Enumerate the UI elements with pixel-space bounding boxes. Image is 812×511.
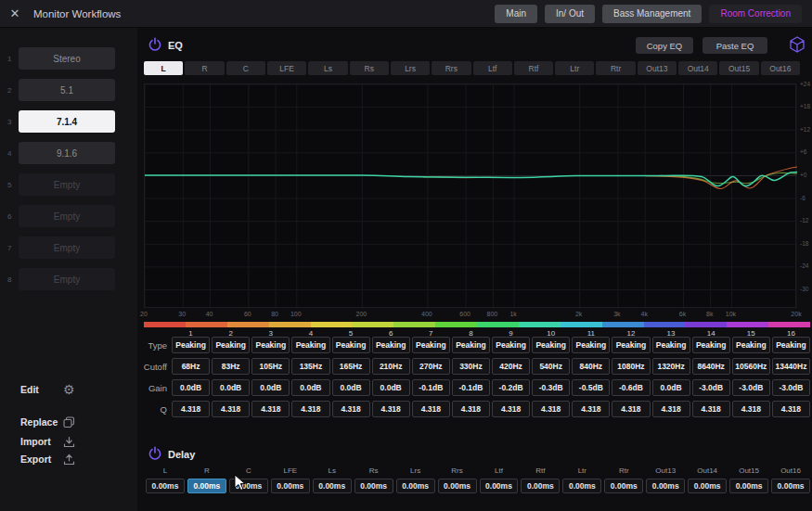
band-type-8[interactable]: Peaking [452, 337, 490, 353]
delay-value-out13[interactable]: 0.00ms [646, 479, 685, 493]
nav-tab-main[interactable]: Main [495, 5, 537, 23]
band-type-14[interactable]: Peaking [692, 337, 730, 353]
band-type-10[interactable]: Peaking [532, 337, 570, 353]
band-gain-13[interactable]: 0.0dB [652, 379, 690, 396]
band-type-6[interactable]: Peaking [372, 337, 410, 353]
preset-button-2-5-1[interactable]: 5.1 [19, 79, 115, 101]
preset-button-5-empty[interactable]: Empty [19, 173, 115, 196]
band-q-15[interactable]: 4.318 [732, 401, 770, 417]
nav-tab-in-out[interactable]: In/ Out [545, 5, 595, 23]
eq-channel-tab-out13[interactable]: Out13 [638, 61, 677, 75]
band-cutoff-16[interactable]: 13440Hz [772, 358, 810, 375]
band-q-12[interactable]: 4.318 [612, 401, 650, 417]
band-type-13[interactable]: Peaking [652, 337, 690, 353]
eq-channel-tab-c[interactable]: C [226, 61, 265, 75]
delay-value-ltr[interactable]: 0.00ms [562, 479, 601, 493]
close-icon[interactable]: ✕ [0, 6, 30, 20]
band-q-2[interactable]: 4.318 [212, 401, 250, 417]
delay-value-lrs[interactable]: 0.00ms [396, 479, 435, 493]
eq-channel-tab-ltf[interactable]: Ltf [473, 61, 512, 75]
band-gain-12[interactable]: -0.6dB [612, 379, 650, 396]
nav-tab-room-correction[interactable]: Room Correction [709, 5, 802, 23]
band-q-7[interactable]: 4.318 [412, 401, 450, 417]
band-gain-6[interactable]: 0.0dB [372, 379, 410, 396]
band-q-3[interactable]: 4.318 [251, 401, 290, 417]
copy-eq-button[interactable]: Copy EQ [636, 37, 693, 54]
band-gain-15[interactable]: -3.0dB [732, 379, 770, 396]
band-type-1[interactable]: Peaking [172, 337, 210, 353]
eq-channel-tab-lrs[interactable]: Lrs [391, 61, 430, 75]
preset-button-8-empty[interactable]: Empty [19, 268, 115, 290]
eq-channel-tab-rtf[interactable]: Rtf [514, 61, 553, 75]
nav-tab-bass-management[interactable]: Bass Management [602, 5, 702, 23]
band-cutoff-7[interactable]: 270Hz [412, 358, 450, 375]
eq-channel-tab-out15[interactable]: Out15 [719, 61, 758, 75]
preset-button-3-7-1-4[interactable]: 7.1.4 [19, 110, 115, 133]
band-cutoff-15[interactable]: 10560Hz [732, 358, 770, 375]
band-type-9[interactable]: Peaking [492, 337, 530, 353]
band-gain-2[interactable]: 0.0dB [212, 379, 250, 396]
band-type-16[interactable]: Peaking [772, 337, 810, 353]
band-gain-9[interactable]: -0.2dB [492, 379, 530, 396]
eq-channel-tab-out16[interactable]: Out16 [761, 61, 800, 75]
preset-button-1-stereo[interactable]: Stereo [19, 47, 115, 70]
delay-value-out14[interactable]: 0.00ms [688, 479, 727, 493]
band-gain-16[interactable]: -3.0dB [772, 379, 810, 396]
band-gain-8[interactable]: -0.1dB [452, 379, 490, 396]
band-gain-4[interactable]: 0.0dB [291, 379, 329, 396]
band-gain-14[interactable]: -3.0dB [692, 379, 730, 396]
eq-channel-tab-rtr[interactable]: Rtr [596, 61, 635, 75]
replace-button[interactable]: Replace [0, 412, 137, 432]
paste-eq-button[interactable]: Paste EQ [702, 37, 767, 54]
band-cutoff-6[interactable]: 210Hz [372, 358, 410, 375]
band-type-2[interactable]: Peaking [212, 337, 250, 353]
band-cutoff-2[interactable]: 83Hz [212, 358, 250, 375]
band-q-8[interactable]: 4.318 [452, 401, 490, 417]
band-q-11[interactable]: 4.318 [572, 401, 610, 417]
band-gain-3[interactable]: 0.0dB [251, 379, 290, 396]
band-gain-11[interactable]: -0.5dB [572, 379, 610, 396]
delay-value-l[interactable]: 0.00ms [146, 479, 185, 493]
eq-channel-tab-r[interactable]: R [185, 61, 224, 75]
band-cutoff-9[interactable]: 420Hz [492, 358, 530, 375]
band-cutoff-4[interactable]: 135Hz [291, 358, 329, 375]
edit-button[interactable]: Edit ⚙ [0, 379, 137, 400]
band-type-15[interactable]: Peaking [732, 337, 770, 353]
band-q-4[interactable]: 4.318 [291, 401, 329, 417]
band-type-4[interactable]: Peaking [291, 337, 329, 353]
band-gain-5[interactable]: 0.0dB [332, 379, 370, 396]
band-cutoff-11[interactable]: 840Hz [572, 358, 610, 375]
band-cutoff-1[interactable]: 68Hz [172, 358, 210, 375]
band-q-6[interactable]: 4.318 [372, 401, 410, 417]
delay-value-lfe[interactable]: 0.00ms [271, 479, 310, 493]
delay-value-out16[interactable]: 0.00ms [771, 479, 810, 493]
band-cutoff-8[interactable]: 330Hz [452, 358, 490, 375]
delay-value-r[interactable]: 0.00ms [187, 479, 226, 493]
band-gain-1[interactable]: 0.0dB [172, 379, 210, 396]
band-gain-7[interactable]: -0.1dB [412, 379, 450, 396]
band-cutoff-13[interactable]: 1320Hz [652, 358, 690, 375]
band-type-11[interactable]: Peaking [572, 337, 610, 353]
band-type-5[interactable]: Peaking [332, 337, 370, 353]
eq-channel-tab-lfe[interactable]: LFE [267, 61, 306, 75]
delay-value-c[interactable]: 0.00ms [229, 479, 268, 493]
eq-channel-tab-l[interactable]: L [144, 61, 183, 75]
band-cutoff-14[interactable]: 8640Hz [692, 358, 730, 375]
band-gain-10[interactable]: -0.3dB [532, 379, 570, 396]
band-cutoff-12[interactable]: 1080Hz [612, 358, 650, 375]
band-type-7[interactable]: Peaking [412, 337, 450, 353]
speaker-config-icon[interactable] [787, 35, 806, 55]
eq-channel-tab-rrs[interactable]: Rrs [432, 61, 470, 75]
band-q-16[interactable]: 4.318 [772, 401, 810, 417]
delay-value-rtr[interactable]: 0.00ms [604, 479, 643, 493]
preset-button-7-empty[interactable]: Empty [19, 236, 115, 259]
delay-value-rtf[interactable]: 0.00ms [521, 479, 560, 493]
delay-power-button[interactable] [147, 446, 162, 462]
delay-value-rs[interactable]: 0.00ms [354, 479, 393, 493]
export-button[interactable]: Export [0, 449, 137, 469]
band-q-14[interactable]: 4.318 [692, 401, 730, 417]
band-q-5[interactable]: 4.318 [332, 401, 370, 417]
band-q-13[interactable]: 4.318 [652, 401, 690, 417]
eq-channel-tab-ltr[interactable]: Ltr [555, 61, 594, 75]
band-q-9[interactable]: 4.318 [492, 401, 530, 417]
